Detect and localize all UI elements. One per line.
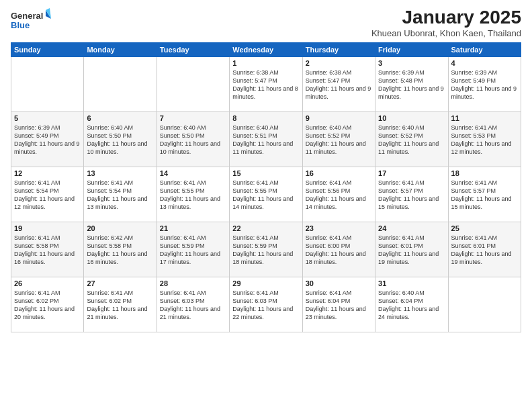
daylight-text: Daylight: 11 hours and 12 minutes.	[451, 140, 512, 155]
day-number: 28	[160, 279, 226, 287]
calendar-header: Sunday Monday Tuesday Wednesday Thursday…	[11, 43, 521, 57]
cell-info: Sunrise: 6:41 AMSunset: 6:01 PMDaylight:…	[378, 234, 445, 267]
col-saturday: Saturday	[448, 43, 521, 57]
sunrise-text: Sunrise: 6:40 AM	[87, 124, 133, 131]
day-number: 23	[306, 224, 372, 232]
cell-info: Sunrise: 6:41 AMSunset: 6:00 PMDaylight:…	[306, 234, 372, 267]
daylight-text: Daylight: 11 hours and 11 minutes.	[232, 140, 293, 155]
sunset-text: Sunset: 5:57 PM	[378, 187, 423, 194]
sunset-text: Sunset: 6:01 PM	[378, 242, 423, 249]
sunrise-text: Sunrise: 6:41 AM	[451, 234, 498, 241]
daylight-text: Daylight: 11 hours and 16 minutes.	[87, 250, 147, 265]
day-number: 29	[232, 279, 299, 287]
cell-w1-d3	[157, 57, 229, 112]
cell-w2-d5: 9Sunrise: 6:40 AMSunset: 5:52 PMDaylight…	[302, 112, 375, 167]
sunset-text: Sunset: 6:04 PM	[306, 298, 351, 304]
sunset-text: Sunset: 6:00 PM	[306, 242, 351, 249]
sunrise-text: Sunrise: 6:41 AM	[160, 179, 206, 186]
sunset-text: Sunset: 5:49 PM	[14, 132, 59, 139]
sunset-text: Sunset: 5:55 PM	[160, 187, 205, 194]
day-number: 18	[451, 169, 518, 177]
cell-w5-d3: 28Sunrise: 6:41 AMSunset: 6:03 PMDayligh…	[157, 277, 229, 332]
cell-info: Sunrise: 6:41 AMSunset: 6:03 PMDaylight:…	[232, 289, 299, 322]
sunrise-text: Sunrise: 6:41 AM	[306, 289, 352, 296]
day-number: 26	[14, 279, 81, 287]
sunset-text: Sunset: 5:51 PM	[232, 132, 277, 139]
day-number: 12	[14, 169, 81, 177]
sunset-text: Sunset: 5:50 PM	[87, 132, 132, 139]
cell-w2-d6: 10Sunrise: 6:40 AMSunset: 5:52 PMDayligh…	[375, 112, 448, 167]
daylight-text: Daylight: 11 hours and 17 minutes.	[160, 250, 220, 265]
sunset-text: Sunset: 5:58 PM	[14, 242, 59, 249]
sunset-text: Sunset: 5:55 PM	[232, 187, 277, 194]
daylight-text: Daylight: 11 hours and 10 minutes.	[160, 140, 220, 155]
svg-text:General: General	[11, 11, 43, 21]
day-number: 21	[160, 224, 226, 232]
sunset-text: Sunset: 6:04 PM	[378, 298, 423, 304]
cell-w4-d1: 19Sunrise: 6:41 AMSunset: 5:58 PMDayligh…	[11, 222, 84, 277]
cell-info: Sunrise: 6:41 AMSunset: 5:57 PMDaylight:…	[378, 179, 445, 212]
week-row-5: 26Sunrise: 6:41 AMSunset: 6:02 PMDayligh…	[11, 277, 521, 332]
day-number: 24	[378, 224, 445, 232]
col-tuesday: Tuesday	[157, 43, 229, 57]
day-number: 27	[87, 279, 153, 287]
sunrise-text: Sunrise: 6:40 AM	[232, 124, 279, 131]
calendar-body: 1Sunrise: 6:38 AMSunset: 5:47 PMDaylight…	[11, 57, 521, 332]
daylight-text: Daylight: 11 hours and 9 minutes.	[306, 85, 371, 100]
cell-info: Sunrise: 6:39 AMSunset: 5:48 PMDaylight:…	[378, 68, 445, 101]
sunset-text: Sunset: 5:59 PM	[232, 242, 277, 249]
sunrise-text: Sunrise: 6:40 AM	[378, 289, 425, 296]
cell-w2-d2: 6Sunrise: 6:40 AMSunset: 5:50 PMDaylight…	[84, 112, 157, 167]
cell-w5-d5: 30Sunrise: 6:41 AMSunset: 6:04 PMDayligh…	[302, 277, 375, 332]
cell-info: Sunrise: 6:39 AMSunset: 5:49 PMDaylight:…	[14, 124, 81, 156]
sunset-text: Sunset: 5:53 PM	[451, 132, 496, 139]
cell-info: Sunrise: 6:41 AMSunset: 5:58 PMDaylight:…	[14, 234, 81, 267]
sunrise-text: Sunrise: 6:41 AM	[160, 289, 206, 296]
day-number: 15	[232, 169, 299, 177]
week-row-3: 12Sunrise: 6:41 AMSunset: 5:54 PMDayligh…	[11, 167, 521, 222]
cell-info: Sunrise: 6:40 AMSunset: 5:50 PMDaylight:…	[160, 124, 226, 156]
sunset-text: Sunset: 5:54 PM	[87, 187, 132, 194]
sunrise-text: Sunrise: 6:41 AM	[87, 179, 133, 186]
sunrise-text: Sunrise: 6:41 AM	[306, 179, 352, 186]
daylight-text: Daylight: 11 hours and 20 minutes.	[14, 306, 75, 320]
daylight-text: Daylight: 11 hours and 18 minutes.	[232, 250, 293, 265]
logo-icon: General Blue	[11, 7, 51, 34]
cell-w2-d7: 11Sunrise: 6:41 AMSunset: 5:53 PMDayligh…	[448, 112, 521, 167]
day-number: 11	[451, 114, 518, 122]
cell-info: Sunrise: 6:38 AMSunset: 5:47 PMDaylight:…	[306, 68, 372, 101]
cell-info: Sunrise: 6:40 AMSunset: 5:51 PMDaylight:…	[232, 124, 299, 156]
daylight-text: Daylight: 11 hours and 19 minutes.	[378, 250, 439, 265]
week-row-2: 5Sunrise: 6:39 AMSunset: 5:49 PMDaylight…	[11, 112, 521, 167]
sunset-text: Sunset: 5:54 PM	[14, 187, 59, 194]
svg-text:Blue: Blue	[11, 20, 30, 30]
day-number: 16	[306, 169, 372, 177]
cell-info: Sunrise: 6:40 AMSunset: 5:52 PMDaylight:…	[378, 124, 445, 156]
cell-w4-d2: 20Sunrise: 6:42 AMSunset: 5:58 PMDayligh…	[84, 222, 157, 277]
cell-w4-d7: 25Sunrise: 6:41 AMSunset: 6:01 PMDayligh…	[448, 222, 521, 277]
daylight-text: Daylight: 11 hours and 23 minutes.	[306, 306, 366, 320]
week-row-1: 1Sunrise: 6:38 AMSunset: 5:47 PMDaylight…	[11, 57, 521, 112]
sunset-text: Sunset: 5:49 PM	[451, 77, 496, 84]
day-number: 19	[14, 224, 81, 232]
cell-w1-d2	[84, 57, 157, 112]
cell-info: Sunrise: 6:41 AMSunset: 6:02 PMDaylight:…	[14, 289, 81, 322]
daylight-text: Daylight: 11 hours and 13 minutes.	[87, 195, 147, 210]
logo: General Blue	[11, 7, 51, 36]
sunset-text: Sunset: 5:52 PM	[306, 132, 351, 139]
cell-w3-d6: 17Sunrise: 6:41 AMSunset: 5:57 PMDayligh…	[375, 167, 448, 222]
daylight-text: Daylight: 11 hours and 8 minutes.	[232, 85, 298, 100]
sunrise-text: Sunrise: 6:39 AM	[451, 69, 498, 76]
cell-info: Sunrise: 6:42 AMSunset: 5:58 PMDaylight:…	[87, 234, 153, 267]
cell-info: Sunrise: 6:38 AMSunset: 5:47 PMDaylight:…	[232, 68, 299, 101]
daylight-text: Daylight: 11 hours and 16 minutes.	[14, 250, 75, 265]
sunset-text: Sunset: 6:01 PM	[451, 242, 496, 249]
day-number: 10	[378, 114, 445, 122]
col-sunday: Sunday	[11, 43, 84, 57]
day-number: 31	[378, 279, 445, 287]
cell-w5-d2: 27Sunrise: 6:41 AMSunset: 6:02 PMDayligh…	[84, 277, 157, 332]
cell-info: Sunrise: 6:41 AMSunset: 6:02 PMDaylight:…	[87, 289, 153, 322]
sunrise-text: Sunrise: 6:41 AM	[232, 289, 279, 296]
sunset-text: Sunset: 5:58 PM	[87, 242, 132, 249]
cell-info: Sunrise: 6:41 AMSunset: 5:56 PMDaylight:…	[306, 179, 372, 212]
